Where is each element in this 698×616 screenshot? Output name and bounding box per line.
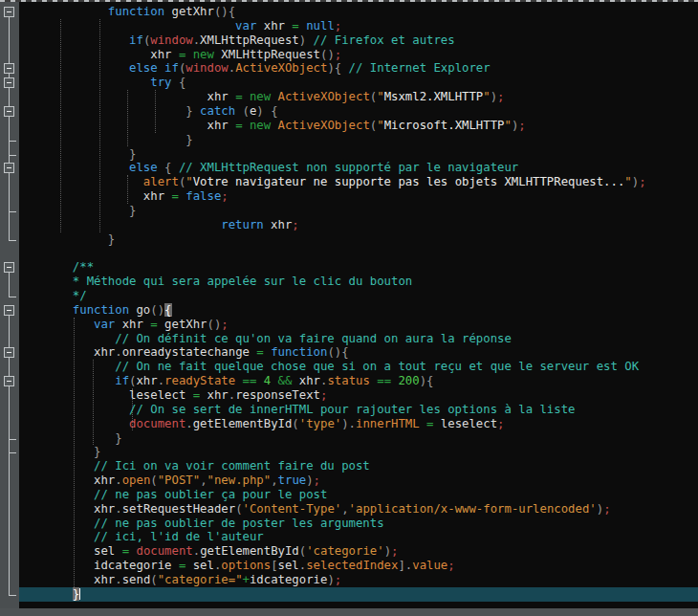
code-token: == [377,374,391,387]
code-line[interactable]: // ne pas oublier ça pour le post [19,488,698,502]
code-token: go [129,303,150,317]
code-token: 'Content-Type' [243,502,342,516]
code-token: // ne pas oublier ça pour le post [94,488,327,501]
fold-collapse-toggle[interactable] [4,77,14,88]
code-line[interactable]: function go(){ [19,303,698,318]
code-line[interactable]: // On ne fait quelque chose que si on a … [19,360,698,374]
fold-end-tick [9,211,16,212]
code-line[interactable]: // Ici on va voir comment faire du post [19,459,698,473]
code-line[interactable]: var xhr = getXhr(); [19,318,698,332]
code-line[interactable]: } [19,133,698,147]
code-line[interactable]: xhr.send("categorie="+idcategorie); [19,573,698,587]
code-token: . [115,345,121,359]
folding-margin[interactable] [0,0,19,608]
code-line[interactable]: * Méthode qui sera appelée sur le clic d… [19,275,698,289]
fold-collapse-toggle[interactable] [4,163,14,173]
code-line[interactable]: xhr.setRequestHeader('Content-Type','app… [19,502,698,517]
code-token [235,374,242,387]
code-line[interactable]: } [19,147,698,162]
code-token: ). [341,417,356,430]
code-token [243,119,250,132]
code-line[interactable]: try { [19,76,698,90]
code-line[interactable]: xhr.onreadystatechange = function(){ [19,345,698,360]
fold-collapse-toggle[interactable] [4,376,14,386]
code-token: getXhr [158,318,207,331]
code-line[interactable]: idcategorie = sel.options[sel.selectedIn… [19,559,698,573]
code-line[interactable]: if(window.XMLHttpRequest) // Firefox et … [19,33,698,48]
code-line[interactable]: // On se sert de innerHTML pour rajouter… [19,403,698,417]
code-token: xhr [207,119,236,132]
code-token: getElementById [193,417,293,430]
code-line[interactable]: xhr = new ActiveXObject("Msxml2.XMLHTTP"… [19,90,698,104]
fold-end-tick [9,155,16,156]
code-token: , [200,473,207,487]
code-token: ]. [398,559,412,572]
code-line[interactable]: leselect = xhr.responseText; [19,388,698,403]
code-line[interactable]: document.getElementById('type').innerHTM… [19,417,698,431]
code-line[interactable]: */ [19,289,698,303]
code-token: return [221,218,263,231]
fold-collapse-toggle[interactable] [4,305,14,316]
fold-collapse-toggle[interactable] [4,262,14,273]
code-line[interactable]: // On définit ce qu'on va faire quand on… [19,332,698,346]
code-line[interactable]: } catch (e) { [19,104,698,119]
code-token: } [94,445,100,458]
code-line[interactable]: } [19,232,698,247]
current-code-line[interactable]: } [19,587,698,602]
code-token: } [115,431,121,445]
code-token: . [185,417,192,430]
code-token: = [193,388,200,402]
code-line[interactable]: xhr = new XMLHttpRequest(); [19,48,698,62]
fold-collapse-toggle[interactable] [4,347,14,358]
fold-collapse-toggle[interactable] [4,106,14,117]
code-line[interactable]: /** [19,260,698,275]
minus-icon [7,267,11,268]
code-token: " [377,90,383,103]
minus-icon [7,167,11,168]
code-line[interactable]: } [19,204,698,218]
code-token [256,374,263,387]
code-line[interactable]: else { // XMLHttpRequest non supporté pa… [19,161,698,175]
code-line[interactable]: xhr = false; [19,189,698,204]
minus-icon [7,111,11,112]
code-line[interactable]: function getXhr(){ [19,5,698,19]
code-line[interactable]: return xhr; [19,218,698,232]
code-token: " [624,175,631,188]
fold-collapse-toggle[interactable] [4,63,14,74]
code-token: xhr [207,90,236,103]
code-token: ActiveXObject [235,61,327,75]
code-token: // On se sert de innerHTML pour rajouter… [129,403,575,416]
code-line[interactable] [19,246,698,260]
code-line[interactable]: xhr = new ActiveXObject("Microsoft.XMLHT… [19,119,698,133]
code-token: ; [314,473,320,487]
code-token: if [164,61,179,75]
code-token: sel [278,559,299,572]
code-token: = [256,345,263,359]
code-token [185,48,192,61]
code-line[interactable]: // ne pas oublier de poster les argument… [19,517,698,531]
code-line[interactable]: } [19,431,698,446]
fold-end-tick [9,141,16,142]
code-token: document [136,544,192,558]
code-token: " [185,175,192,188]
code-line[interactable]: alert("Votre navigateur ne supporte pas … [19,175,698,189]
fold-collapse-toggle[interactable] [4,7,14,17]
code-line[interactable]: var xhr = null; [19,19,698,33]
code-token: catch [200,104,235,118]
code-line[interactable]: xhr.open("POST","new.php",true); [19,473,698,488]
code-token: false [185,189,221,203]
code-editor[interactable]: function getXhr(){ var xhr = null; if(wi… [0,0,698,616]
code-token: } [185,133,192,146]
code-token: . [115,473,121,487]
code-token: getXhr [164,5,214,18]
code-area[interactable]: function getXhr(){ var xhr = null; if(wi… [19,0,698,608]
code-token: } [129,147,136,161]
code-line[interactable]: sel = document.getElementById('categorie… [19,544,698,559]
code-token: function [271,345,327,359]
code-line[interactable]: // ici, l'id de l'auteur [19,530,698,544]
code-line[interactable]: if(xhr.readyState == 4 && xhr.status == … [19,374,698,388]
code-token: 'type' [299,417,341,430]
code-line[interactable]: } [19,445,698,459]
code-line[interactable]: else if(window.ActiveXObject){ // Intern… [19,61,698,76]
code-token: var [94,318,115,331]
